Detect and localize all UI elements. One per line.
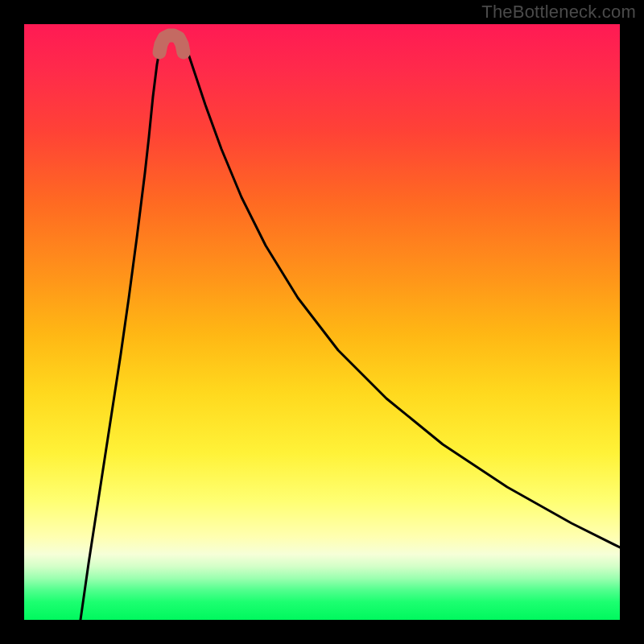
series-valley-marker [159,35,184,52]
series-left-branch [80,37,163,620]
plot-area [24,24,620,620]
series-group [80,35,620,620]
series-right-branch [182,37,620,547]
chart-frame: TheBottleneck.com [0,0,644,644]
curves-svg [24,24,620,620]
watermark-text: TheBottleneck.com [481,2,636,23]
